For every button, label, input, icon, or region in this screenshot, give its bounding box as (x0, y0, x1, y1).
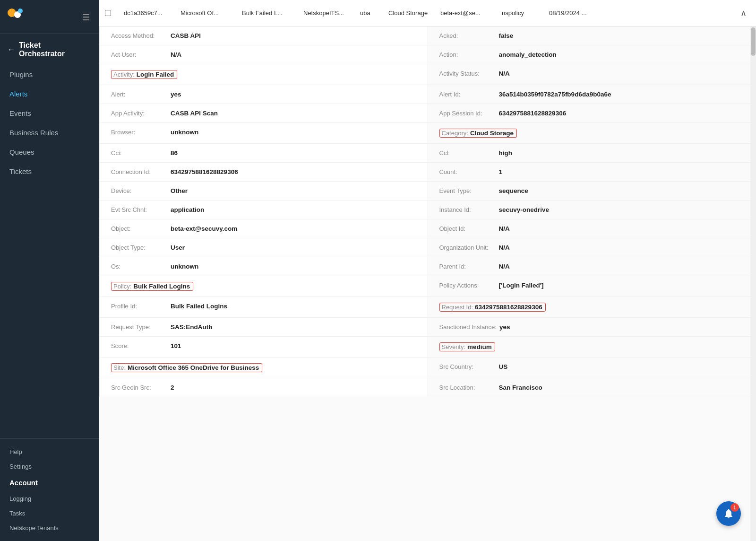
field-label: Activity Status: (439, 70, 496, 77)
field-label: Instance Id: (439, 206, 496, 213)
detail-row-left-1: Act User: N/A (100, 45, 428, 64)
detail-row-left-7: Connection Id: 6342975881628829306 (100, 163, 428, 182)
highlight-field: Request Id: 6342975881628829306 (439, 303, 546, 312)
field-label: Object: (111, 225, 168, 232)
col-activity: Bulk Failed L... (238, 9, 300, 17)
detail-row-right-2: Activity Status: N/A (428, 64, 756, 85)
field-value: 6342975881628829306 (499, 110, 567, 117)
field-value: yes (499, 323, 510, 331)
field-value: US (499, 363, 508, 370)
col-app: Microsoft Of... (177, 9, 238, 17)
detail-row-right-18: Src Location: San Francisco (428, 378, 756, 397)
field-value: N/A (499, 70, 510, 77)
field-value: application (171, 206, 204, 213)
detail-row-right-15: Sanctioned Instance: yes (428, 318, 756, 337)
detail-row-right-6: Ccl: high (428, 144, 756, 163)
highlight-field: Site: Microsoft Office 365 OneDrive for … (111, 363, 262, 372)
hamburger-button[interactable]: ☰ (80, 10, 92, 25)
detail-row-right-4: App Session Id: 6342975881628829306 (428, 104, 756, 123)
footer-logging[interactable]: Logging (0, 491, 99, 506)
sidebar: ☰ ← Ticket Orchestrator Plugins Alerts E… (0, 0, 99, 541)
field-value: yes (171, 91, 181, 98)
queues-label: Queues (9, 148, 34, 156)
detail-row-right-17: Src Country: US (428, 358, 756, 378)
footer-account[interactable]: Account (0, 474, 99, 491)
field-label: Cci: (111, 149, 168, 157)
detail-row-left-3: Alert: yes (100, 85, 428, 104)
detail-row-left-15: Request Type: SAS:EndAuth (100, 318, 428, 337)
field-value: beta-ext@secuvy.com (171, 225, 237, 232)
field-value: 2 (171, 384, 174, 391)
sidebar-item-alerts[interactable]: Alerts (0, 84, 99, 104)
main-nav: Plugins Alerts Events Business Rules Que… (0, 61, 99, 438)
field-label: Os: (111, 263, 168, 270)
footer-netskope-tenants[interactable]: Netskope Tenants (0, 521, 99, 535)
row-checkbox[interactable] (105, 10, 111, 16)
sidebar-item-events[interactable]: Events (0, 104, 99, 123)
field-label: Alert Id: (439, 91, 496, 98)
app-title-line1: Ticket (19, 41, 65, 50)
sidebar-item-tickets[interactable]: Tickets (0, 162, 99, 181)
field-label: App Activity: (111, 110, 168, 117)
field-label: Src Geoin Src: (111, 384, 168, 391)
collapse-button[interactable]: ∧ (737, 6, 750, 20)
field-value: high (499, 149, 513, 157)
field-label: Parent Id: (439, 263, 496, 270)
detail-row-right-14: Request Id: 6342975881628829306 (428, 297, 756, 318)
detail-row-left-16: Score: 101 (100, 337, 428, 358)
detail-row-right-9: Instance Id: secuvy-onedrive (428, 201, 756, 219)
field-label: Object Id: (439, 225, 496, 232)
field-value: CASB API (171, 32, 201, 39)
detail-row-left-8: Device: Other (100, 182, 428, 201)
back-link[interactable]: ← Ticket Orchestrator (0, 34, 99, 61)
detail-row-left-17: Site: Microsoft Office 365 OneDrive for … (100, 358, 428, 378)
detail-row-left-6: Cci: 86 (100, 144, 428, 163)
sidebar-item-business-rules[interactable]: Business Rules (0, 123, 99, 142)
alerts-label: Alerts (9, 90, 27, 98)
col-netskope: NetskopeITS... (300, 9, 356, 17)
footer-help[interactable]: Help (0, 445, 99, 459)
field-value: 1 (499, 168, 503, 175)
field-label: Ccl: (439, 149, 496, 157)
field-value: 6342975881628829306 (171, 168, 238, 175)
detail-row-right-7: Count: 1 (428, 163, 756, 182)
app-title-line2: Orchestrator (19, 50, 65, 58)
notification-bell[interactable]: 1 (716, 501, 741, 526)
field-label: Connection Id: (111, 168, 168, 175)
col-id: dc1a3659c7... (120, 9, 177, 17)
detail-row-right-10: Object Id: N/A (428, 219, 756, 238)
detail-panel[interactable]: Access Method: CASB APIAcked: falseAct U… (99, 26, 756, 541)
field-label: Src Location: (439, 384, 496, 391)
field-label: Access Method: (111, 32, 168, 39)
field-value: San Francisco (499, 384, 542, 391)
sidebar-item-plugins[interactable]: Plugins (0, 65, 99, 84)
detail-row-left-2: Activity: Login Failed (100, 64, 428, 85)
field-label: Browser: (111, 129, 168, 136)
field-value: N/A (499, 225, 510, 232)
events-label: Events (9, 109, 31, 117)
col-uba: uba (356, 9, 385, 17)
detail-row-left-18: Src Geoin Src: 2 (100, 378, 428, 397)
back-arrow-icon: ← (8, 45, 15, 54)
field-label: Sanctioned Instance: (439, 323, 497, 331)
app-logo (8, 9, 26, 26)
field-label: Request Type: (111, 323, 168, 331)
detail-row-right-13: Policy Actions: ['Login Failed'] (428, 276, 756, 297)
field-value: anomaly_detection (499, 51, 557, 58)
field-label: Evt Src Chnl: (111, 206, 168, 213)
sidebar-item-queues[interactable]: Queues (0, 142, 99, 162)
field-label: Act User: (111, 51, 168, 58)
vertical-scrollbar[interactable] (750, 26, 756, 541)
detail-row-right-11: Organization Unit: N/A (428, 238, 756, 257)
col-policy: nspolicy (498, 9, 545, 17)
detail-row-left-11: Object Type: User (100, 238, 428, 257)
detail-row-left-9: Evt Src Chnl: application (100, 201, 428, 219)
field-label: Action: (439, 51, 496, 58)
field-label: Profile Id: (111, 303, 168, 310)
highlight-field: Policy: Bulk Failed Logins (111, 282, 193, 291)
footer-tasks[interactable]: Tasks (0, 506, 99, 521)
highlight-field: Severity: medium (439, 342, 495, 351)
footer-settings[interactable]: Settings (0, 459, 99, 474)
logo-area (8, 9, 26, 26)
field-value: Bulk Failed Logins (171, 303, 227, 310)
